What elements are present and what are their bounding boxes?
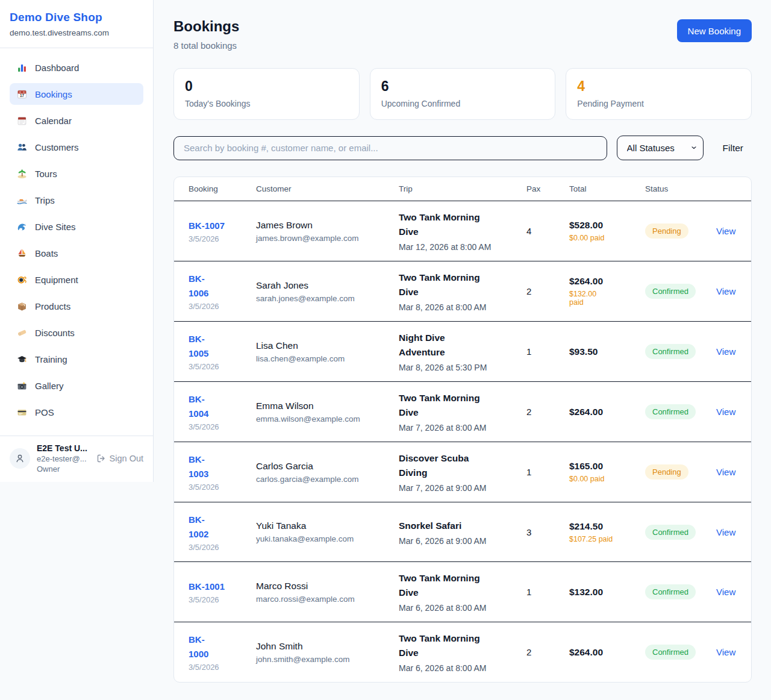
booking-id-link[interactable]: BK-1002 [189, 513, 216, 542]
sidebar-item-discounts[interactable]: Discounts [10, 322, 143, 343]
booking-id-link[interactable]: BK-1007 [189, 219, 256, 233]
stat-card-pending-payment: 4 Pending Payment [566, 68, 752, 120]
trip-cell: Night Dive Adventure Mar 8, 2026 at 5:30… [399, 331, 526, 372]
booking-id-link[interactable]: BK-1001 [189, 580, 256, 594]
view-link[interactable]: View [716, 587, 737, 597]
sidebar-item-equipment[interactable]: Equipment [10, 269, 143, 290]
total-amount: $214.50 [569, 521, 645, 532]
trip-cell: Two Tank Morning Dive Mar 12, 2026 at 8:… [399, 210, 526, 252]
sidebar-item-dashboard[interactable]: Dashboard [10, 57, 143, 78]
total-cell: $264.00 [569, 407, 645, 417]
sailboat-icon [17, 248, 27, 258]
status-badge: Confirmed [645, 584, 696, 599]
customer-email: emma.wilson@example.com [256, 414, 399, 423]
pax-value: 2 [526, 407, 569, 417]
booking-cell: BK-1003 3/5/2026 [189, 452, 256, 492]
table-row: BK-1004 3/5/2026 Emma Wilson emma.wilson… [174, 382, 751, 442]
island-icon [17, 169, 27, 179]
booking-id-link[interactable]: BK-1003 [189, 452, 216, 481]
sign-out-button[interactable]: Sign Out [96, 454, 143, 463]
customer-name: Emma Wilson [256, 401, 399, 411]
table-row: BK-1002 3/5/2026 Yuki Tanaka yuki.tanaka… [174, 502, 751, 562]
sidebar-item-calendar[interactable]: Calendar [10, 110, 143, 131]
booking-id-link[interactable]: BK-1006 [189, 272, 216, 301]
sign-out-label: Sign Out [110, 454, 143, 463]
booking-id-link[interactable]: BK-1005 [189, 332, 216, 361]
booking-cell: BK-1006 3/5/2026 [189, 272, 256, 311]
trip-date: Mar 6, 2026 at 8:00 AM [399, 663, 526, 673]
stat-label: Pending Payment [577, 99, 740, 108]
customer-cell: Emma Wilson emma.wilson@example.com [256, 401, 399, 423]
total-cell: $93.50 [569, 346, 645, 357]
sidebar-item-gallery[interactable]: Gallery [10, 375, 143, 396]
table-header-row: Booking Customer Trip Pax Total Status [174, 177, 751, 201]
paid-amount: $107.25 paid [569, 535, 645, 543]
trip-name: Two Tank Morning Dive [399, 571, 489, 600]
trip-cell: Two Tank Morning Dive Mar 7, 2026 at 8:0… [399, 391, 526, 433]
sidebar-item-label: Discounts [35, 328, 75, 338]
pax-value: 3 [526, 527, 569, 537]
status-filter-select[interactable]: All Statuses [617, 136, 704, 160]
view-link[interactable]: View [716, 346, 737, 357]
customer-name: Carlos Garcia [256, 461, 399, 472]
sidebar-item-training[interactable]: Training [10, 348, 143, 370]
trip-cell: Discover Scuba Diving Mar 7, 2026 at 9:0… [399, 451, 526, 493]
status-badge: Confirmed [645, 404, 696, 419]
svg-text:17: 17 [20, 93, 25, 98]
sidebar-item-dive-sites[interactable]: Dive Sites [10, 216, 143, 237]
search-input[interactable] [173, 136, 607, 160]
sidebar-item-bookings[interactable]: 17 Bookings [10, 83, 143, 105]
column-header-booking: Booking [189, 184, 256, 193]
status-cell: Confirmed [645, 344, 716, 359]
view-link[interactable]: View [716, 527, 737, 537]
view-link[interactable]: View [716, 407, 737, 417]
status-cell: Pending [645, 223, 716, 239]
booking-date: 3/5/2026 [189, 595, 256, 604]
sidebar-item-customers[interactable]: Customers [10, 136, 143, 158]
shop-name: Demo Dive Shop [10, 11, 143, 24]
column-header-status: Status [645, 184, 716, 193]
booking-date: 3/5/2026 [189, 483, 256, 492]
people-icon [17, 142, 27, 152]
view-link[interactable]: View [716, 226, 737, 236]
column-header-trip: Trip [399, 184, 526, 193]
booking-id-link[interactable]: BK-1000 [189, 633, 216, 661]
speedboat-icon [17, 195, 27, 205]
filter-controls: All Statuses Filter [173, 136, 752, 160]
trip-name: Two Tank Morning Dive [399, 631, 489, 660]
avatar [10, 448, 30, 469]
status-badge: Confirmed [645, 284, 696, 299]
total-cell: $165.00 $0.00 paid [569, 461, 645, 483]
view-link[interactable]: View [716, 467, 737, 477]
sidebar-item-label: POS [35, 407, 54, 417]
view-link[interactable]: View [716, 647, 737, 657]
filter-button[interactable]: Filter [723, 143, 743, 154]
total-amount: $264.00 [569, 407, 645, 417]
trip-date: Mar 6, 2026 at 8:00 AM [399, 603, 526, 613]
view-link[interactable]: View [716, 286, 737, 296]
user-role: Owner [37, 464, 87, 473]
status-select-wrap: All Statuses [617, 136, 704, 160]
sidebar-item-pos[interactable]: POS [10, 401, 143, 423]
column-header-total: Total [569, 184, 645, 193]
pax-value: 1 [526, 587, 569, 597]
pax-value: 1 [526, 346, 569, 357]
sidebar-item-label: Trips [35, 195, 55, 205]
trip-date: Mar 12, 2026 at 8:00 AM [399, 242, 526, 252]
sidebar-item-products[interactable]: Products [10, 295, 143, 317]
total-amount: $264.00 [569, 647, 645, 658]
customer-email: sarah.jones@example.com [256, 294, 399, 303]
pax-value: 2 [526, 286, 569, 296]
booking-cell: BK-1004 3/5/2026 [189, 392, 256, 431]
customer-name: Marco Rossi [256, 581, 399, 592]
total-amount: $528.00 [569, 220, 645, 231]
booking-id-link[interactable]: BK-1004 [189, 392, 216, 421]
customer-email: carlos.garcia@example.com [256, 475, 399, 484]
new-booking-button[interactable]: New Booking [677, 19, 752, 42]
stat-card-upcoming-confirmed: 6 Upcoming Confirmed [370, 68, 556, 120]
sidebar-item-tours[interactable]: Tours [10, 163, 143, 184]
sidebar-item-boats[interactable]: Boats [10, 242, 143, 264]
table-row: BK-1007 3/5/2026 James Brown james.brown… [174, 201, 751, 261]
sidebar-item-trips[interactable]: Trips [10, 189, 143, 211]
tag-icon [17, 328, 27, 338]
